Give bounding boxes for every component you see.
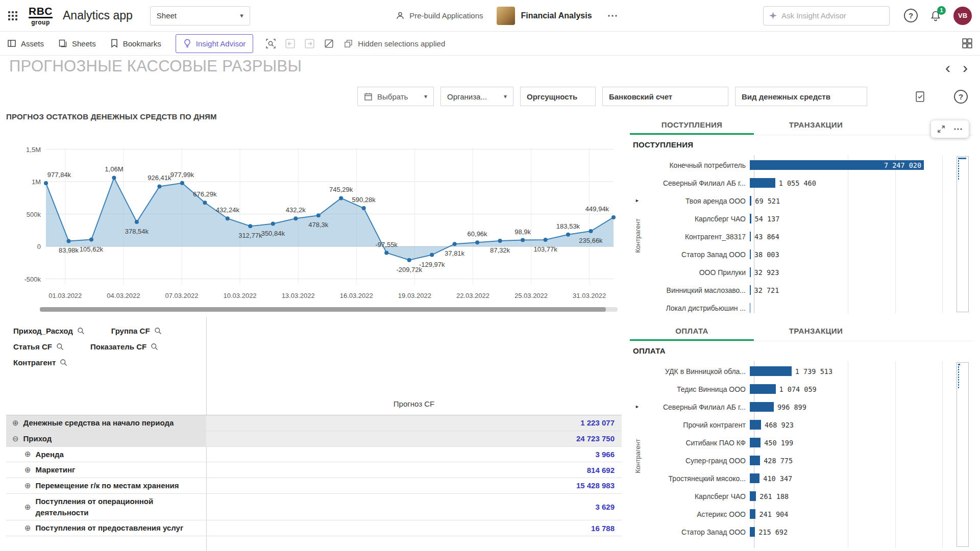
bar-row[interactable]: Северный Филиал АБ г...1 055 460 [645, 174, 953, 192]
pivot-row[interactable]: ⊕Перемещение г/к по местам хранения15 42… [6, 478, 622, 494]
bar-row[interactable]: Контрагент_3831743 864 [645, 228, 953, 245]
bar-row[interactable]: Прочий контрагент468 923 [645, 416, 953, 434]
tab-payments[interactable]: ОПЛАТА [630, 322, 754, 341]
collapse-icon[interactable]: ⊖ [12, 434, 19, 443]
organization-filter-label: Организа... [447, 92, 487, 101]
svg-text:500k: 500k [27, 211, 41, 218]
bar-row[interactable]: Северный Филиал АБ г...996 899 [645, 398, 953, 416]
collapse-arrow-icon[interactable]: ► [635, 198, 640, 203]
sheets-button[interactable]: Sheets [58, 39, 96, 48]
bar-row[interactable]: Локал дистрибьюшин ... [645, 299, 953, 317]
sheet-selector[interactable]: Sheet ▾ [150, 6, 250, 26]
bar-row[interactable]: Карлсберг ЧАО54 137 [645, 210, 953, 228]
bar-row[interactable]: УДК в Винницкой обла...1 739 513 [645, 362, 953, 380]
prev-sheet-icon[interactable]: ‹ [945, 60, 950, 76]
filter-label: Оргсущность [527, 92, 577, 101]
more-options-icon[interactable] [953, 128, 963, 131]
expand-icon[interactable]: ⊕ [12, 418, 19, 428]
bar-row[interactable]: Твоя аренда ООО69 521 [645, 192, 953, 210]
bar-row[interactable]: Конечный потребитель7 247 020 [645, 156, 953, 174]
notes-icon[interactable] [915, 91, 925, 103]
expand-icon[interactable]: ⊕ [24, 503, 31, 512]
tab-receipts[interactable]: ПОСТУПЛЕНИЯ [630, 116, 754, 135]
notification-badge: 1 [937, 6, 946, 15]
bar-row[interactable]: Карлсберг ЧАО261 188 [645, 487, 953, 505]
tab-transactions[interactable]: ТРАНЗАКЦИИ [754, 116, 878, 135]
bar-row[interactable]: Винницкий маслозаво...32 721 [645, 281, 953, 299]
svg-text:37,81k: 37,81k [445, 249, 465, 257]
expand-icon[interactable]: ⊕ [24, 465, 31, 474]
pivot-row[interactable]: ⊕Маркетинг814 692 [6, 462, 622, 478]
insight-advisor-button[interactable]: Insight Advisor [176, 34, 254, 53]
expand-icon[interactable] [937, 125, 945, 133]
dimension-search-chip[interactable]: Контрагент [13, 358, 67, 367]
avatar[interactable]: VB [953, 7, 972, 25]
svg-text:350,84k: 350,84k [261, 230, 285, 237]
svg-text:22.03.2022: 22.03.2022 [456, 292, 489, 299]
current-app[interactable]: Financial Analysis [497, 7, 592, 25]
dimension-search-chip[interactable]: Показатель CF [90, 342, 158, 351]
pivot-value: 3 966 [206, 447, 622, 462]
date-filter[interactable]: Выбрать ▾ [357, 87, 434, 106]
expand-icon[interactable]: ⊕ [24, 449, 31, 459]
bookmarks-button[interactable]: Bookmarks [110, 39, 161, 48]
clear-selections-icon[interactable] [324, 38, 334, 49]
expand-icon[interactable]: ⊕ [24, 481, 31, 490]
more-options-icon[interactable] [607, 14, 618, 17]
svg-text:977,99k: 977,99k [170, 171, 194, 179]
svg-text:13.03.2022: 13.03.2022 [282, 292, 315, 299]
bar-row[interactable]: Тедис Винница ООО1 074 059 [645, 380, 953, 398]
pivot-row[interactable]: ⊕Поступления от операционной деятельност… [6, 494, 622, 521]
assets-button[interactable]: Assets [7, 39, 44, 48]
app-thumbnail [497, 7, 515, 25]
svg-text:-97,55k: -97,55k [376, 241, 398, 248]
scrollbar-thumb[interactable] [40, 307, 606, 312]
tab-transactions[interactable]: ТРАНЗАКЦИИ [754, 322, 878, 341]
step-back-icon[interactable] [285, 38, 296, 49]
svg-text:07.03.2022: 07.03.2022 [165, 292, 198, 299]
chart-mini-scrollbar[interactable] [957, 362, 969, 547]
bank-account-filter[interactable]: Банковский счет [602, 87, 728, 106]
insight-advisor-search[interactable] [763, 6, 890, 26]
dimension-search-chip[interactable]: Приход_Расход [13, 327, 85, 335]
dimension-search-chip[interactable]: Статья CF [13, 342, 64, 351]
org-entity-filter[interactable]: Оргсущность [520, 87, 596, 106]
bar-row[interactable]: Ситибанк ПАО КФ450 199 [645, 434, 953, 452]
sparkle-icon [769, 11, 777, 20]
pivot-row[interactable]: ⊕Поступления от предоставления услуг16 7… [6, 520, 622, 536]
bar-row[interactable]: Астерикс ООО241 904 [645, 505, 953, 523]
help-icon[interactable]: ? [904, 9, 918, 22]
search-input[interactable] [781, 11, 884, 20]
bar-row[interactable]: Супер-гранд ООО428 775 [645, 452, 953, 469]
selections-search-icon[interactable] [265, 38, 276, 49]
prebuild-applications-link[interactable]: Pre-build Applications [396, 11, 483, 20]
receipts-bar-chart: Конечный потребитель7 247 020Северный Фи… [645, 155, 953, 316]
notifications-button[interactable]: 1 [930, 10, 941, 21]
collapse-arrow-icon[interactable]: ► [635, 404, 640, 409]
dimension-search-chip[interactable]: Группа CF [111, 327, 162, 335]
svg-text:-500k: -500k [24, 276, 41, 283]
organization-filter[interactable]: Организа... ▾ [440, 87, 513, 106]
cash-forecast-plot[interactable]: 01.03.202204.03.202207.03.202210.03.2022… [6, 127, 622, 302]
help-icon[interactable]: ? [954, 90, 968, 104]
bar-row[interactable]: Статор Запад ООО38 003 [645, 245, 953, 263]
cash-type-filter[interactable]: Вид денежных средств [735, 87, 867, 106]
pivot-row[interactable]: ⊕Аренда3 966 [6, 447, 622, 463]
svg-text:590,28k: 590,28k [352, 196, 376, 204]
chart-mini-scrollbar[interactable] [957, 156, 969, 312]
app-launcher-button[interactable] [8, 11, 17, 20]
pivot-row[interactable]: ⊖Приход24 723 750 [6, 431, 622, 447]
layout-grid-icon[interactable] [962, 38, 973, 49]
svg-text:60,96k: 60,96k [468, 230, 488, 238]
sheet-actions: ? [915, 90, 968, 104]
bar-row[interactable]: ООО Прилуки32 923 [645, 263, 953, 281]
svg-text:103,77k: 103,77k [533, 245, 557, 253]
hidden-selections-icon [344, 39, 353, 48]
chart-horizontal-scrollbar[interactable] [40, 307, 618, 312]
bar-row[interactable]: Статор Запад ООО215 692 [645, 523, 953, 541]
next-sheet-icon[interactable]: › [963, 60, 968, 76]
step-forward-icon[interactable] [304, 38, 315, 49]
bar-row[interactable]: Тростянецкий мясоко...410 347 [645, 469, 953, 487]
expand-icon[interactable]: ⊕ [24, 523, 31, 533]
pivot-row[interactable]: ⊕Денежные средства на начало периода1 22… [6, 415, 622, 431]
